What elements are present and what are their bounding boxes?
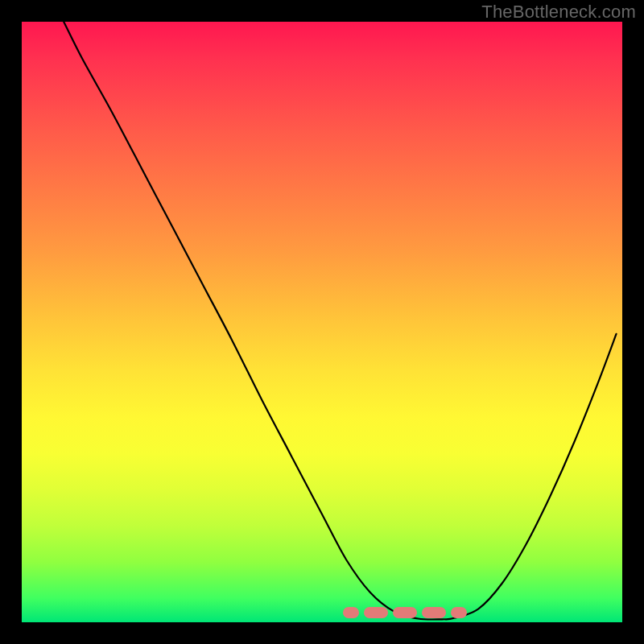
watermark-text: TheBottleneck.com [481,2,636,23]
chart-frame: TheBottleneck.com [0,0,644,644]
floor-dash-segment [393,607,417,618]
plot-area [22,22,622,622]
curve-svg [22,22,622,622]
floor-dash-segment [422,607,446,618]
series-curve [64,22,616,620]
floor-dash-segment [364,607,388,618]
floor-dash-segment [451,607,467,618]
floor-dash-segment [343,607,359,618]
floor-dash-container [22,607,622,618]
